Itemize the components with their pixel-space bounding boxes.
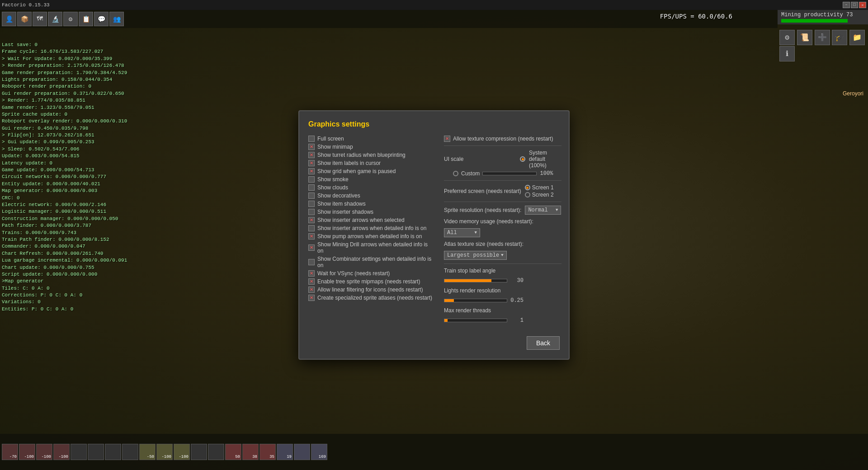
checkbox-row-fullscreen: Full screen [308, 136, 435, 142]
checkbox-row-wait_vsync: Wait for VSync (needs restart) [308, 270, 435, 277]
max-render-threads-label: Max render threads [444, 307, 516, 314]
checkbox-show_pump_arrows[interactable] [308, 233, 315, 240]
atlas-texture-row: Atlas texture size (needs restart): Larg… [444, 241, 561, 260]
train-stop-angle-slider-fill [444, 279, 491, 282]
sprite-resolution-dropdown[interactable]: Normal [525, 206, 561, 215]
train-stop-angle-slider-container: 30 [444, 277, 524, 284]
train-stop-angle-slider-track[interactable] [444, 279, 507, 282]
divider-2 [444, 180, 561, 181]
lights-render-row: Lights render resolution 0.25 [444, 287, 561, 304]
dialog-footer: Back [308, 336, 560, 350]
checkbox-label-fullscreen: Full screen [317, 136, 344, 142]
checkbox-show_inserter_arrows_detailed[interactable] [308, 225, 315, 231]
preferred-screen-row: Preferred screen (needs restart) Screen … [444, 184, 561, 198]
checkbox-row-show_item_shadows: Show item shadows [308, 201, 435, 207]
texture-compression-label: Allow texture compression (needs restart… [453, 136, 553, 142]
divider-1 [444, 146, 561, 146]
screen1-radio[interactable] [525, 185, 530, 190]
screen2-radio-group: Screen 2 [525, 192, 554, 198]
checkbox-show_decoratives[interactable] [308, 193, 315, 199]
checkbox-row-enable_tree_mipmaps: Enable tree sprite mipmaps (needs restar… [308, 278, 435, 285]
checkbox-row-show_item_labels: Show item labels in cursor [308, 160, 435, 166]
checkbox-row-allow_linear_filtering: Allow linear filtering for icons (needs … [308, 287, 435, 293]
lights-render-slider-track[interactable] [444, 299, 507, 302]
checkbox-row-show_combinator_settings: Show Combinator settings when detailed i… [308, 256, 435, 268]
video-memory-label: Video memory usage (needs restart): [444, 218, 533, 225]
checkbox-show_grid_paused[interactable] [308, 168, 315, 174]
screen1-label: Screen 1 [532, 184, 554, 191]
texture-compression-checkbox[interactable] [444, 136, 450, 142]
checkbox-row-show_grid_paused: Show grid when game is paused [308, 168, 435, 174]
checkbox-label-show_inserter_arrows_detailed: Show inserter arrows when detailed info … [317, 225, 426, 231]
train-stop-angle-label: Train stop label angle [444, 268, 516, 274]
ui-scale-system-radio[interactable] [520, 156, 525, 162]
max-render-threads-slider-fill [444, 319, 448, 322]
atlas-texture-dropdown[interactable]: Largest possible [444, 251, 507, 260]
checkbox-label-show_minimap: Show minimap [317, 144, 353, 150]
checkbox-label-allow_linear_filtering: Allow linear filtering for icons (needs … [317, 287, 423, 293]
checkbox-label-show_smoke: Show smoke [317, 176, 349, 183]
checkbox-row-show_decoratives: Show decoratives [308, 193, 435, 199]
graphics-settings-dialog: Graphics settings Full screenShow minima… [298, 110, 570, 360]
ui-scale-slider-track[interactable] [482, 172, 537, 175]
checkbox-show_inserter_arrows_selected[interactable] [308, 217, 315, 223]
ui-scale-custom-label: Custom [461, 170, 480, 177]
checkbox-label-show_item_labels: Show item labels in cursor [317, 160, 381, 166]
max-render-threads-row: Max render threads 1 [444, 307, 561, 324]
dialog-right-column: Allow texture compression (needs restart… [444, 136, 561, 327]
checkbox-allow_linear_filtering[interactable] [308, 287, 315, 293]
checkbox-row-show_turret_radius: Show turret radius when blueprinting [308, 152, 435, 158]
train-stop-angle-row: Train stop label angle 30 [444, 268, 561, 284]
checkbox-label-create_sprite_atlases: Create specialized sprite atlases (needs… [317, 295, 432, 301]
checkbox-enable_tree_mipmaps[interactable] [308, 278, 315, 285]
checkbox-show_minimap[interactable] [308, 144, 315, 150]
max-render-threads-slider-container: 1 [444, 317, 524, 324]
checkbox-row-show_inserter_arrows_selected: Show inserter arrows when selected [308, 217, 435, 223]
sprite-resolution-label: Sprite resolution (needs restart): [444, 207, 521, 213]
checkbox-label-show_combinator_settings: Show Combinator settings when detailed i… [317, 256, 435, 268]
checkbox-label-show_pump_arrows: Show pump arrows when detailed info is o… [317, 233, 422, 240]
checkbox-show_mining_drill_arrows[interactable] [308, 244, 315, 251]
checkbox-row-show_smoke: Show smoke [308, 176, 435, 183]
ui-scale-custom-radio[interactable] [453, 171, 458, 176]
video-memory-row: Video memory usage (needs restart): All [444, 218, 561, 237]
dialog-left-column: Full screenShow minimapShow turret radiu… [308, 136, 435, 327]
checkbox-show_turret_radius[interactable] [308, 152, 315, 158]
ui-scale-label: UI scale [444, 156, 516, 162]
checkbox-show_clouds[interactable] [308, 184, 315, 191]
checkbox-label-enable_tree_mipmaps: Enable tree sprite mipmaps (needs restar… [317, 278, 420, 285]
checkbox-show_smoke[interactable] [308, 176, 315, 183]
checkbox-label-show_item_shadows: Show item shadows [317, 201, 366, 207]
dialog-overlay: Graphics settings Full screenShow minima… [0, 0, 868, 470]
divider-4 [444, 263, 561, 264]
checkbox-show_item_shadows[interactable] [308, 201, 315, 207]
checkbox-label-show_inserter_arrows_selected: Show inserter arrows when selected [317, 217, 405, 223]
checkbox-label-show_clouds: Show clouds [317, 184, 348, 191]
checkbox-label-show_inserter_shadows: Show inserter shadows [317, 209, 373, 215]
video-memory-dropdown[interactable]: All [444, 228, 480, 237]
checkbox-wait_vsync[interactable] [308, 270, 315, 277]
back-button[interactable]: Back [527, 336, 560, 350]
checkbox-row-show_minimap: Show minimap [308, 144, 435, 150]
checkbox-row-show_mining_drill_arrows: Show Mining Drill arrows when detailed i… [308, 241, 435, 254]
lights-render-slider-fill [444, 299, 454, 302]
ui-scale-section: UI scale System default (100%) Custom 10… [444, 150, 561, 177]
checkbox-create_sprite_atlases[interactable] [308, 295, 315, 301]
checkbox-label-wait_vsync: Wait for VSync (needs restart) [317, 270, 390, 277]
lights-render-slider-container: 0.25 [444, 297, 524, 304]
lights-render-label: Lights render resolution [444, 287, 516, 294]
checkbox-show_inserter_shadows[interactable] [308, 209, 315, 215]
max-render-threads-slider-track[interactable] [444, 319, 507, 322]
checkbox-label-show_grid_paused: Show grid when game is paused [317, 168, 396, 174]
checkbox-row-show_pump_arrows: Show pump arrows when detailed info is o… [308, 233, 435, 240]
screen1-radio-group: Screen 1 [525, 184, 554, 191]
checkbox-fullscreen[interactable] [308, 136, 315, 142]
checkbox-show_combinator_settings[interactable] [308, 259, 315, 265]
checkbox-show_item_labels[interactable] [308, 160, 315, 166]
ui-scale-slider-value: 100% [539, 170, 553, 177]
ui-scale-system-label: System default (100%) [529, 150, 561, 169]
checkbox-label-show_turret_radius: Show turret radius when blueprinting [317, 152, 406, 158]
screen2-radio[interactable] [525, 192, 530, 197]
ui-scale-slider-container: 100% [482, 170, 553, 177]
max-render-threads-value: 1 [510, 317, 524, 324]
